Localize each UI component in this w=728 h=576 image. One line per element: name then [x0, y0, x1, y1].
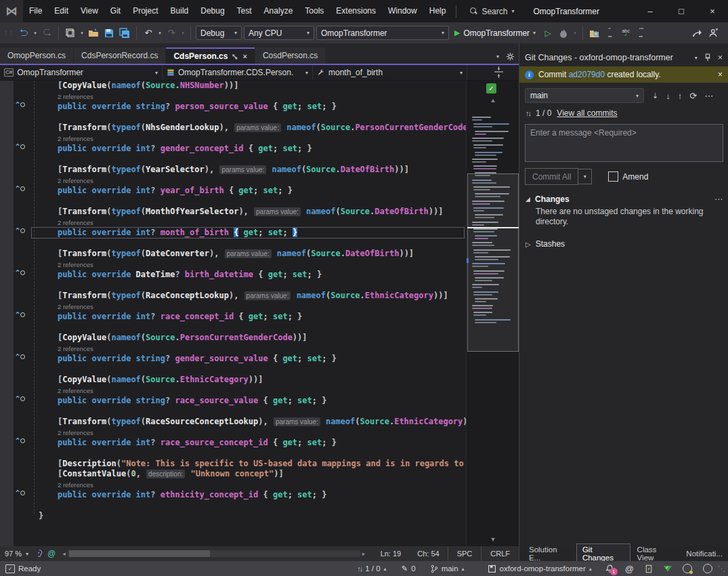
new-project-button[interactable]	[64, 26, 77, 40]
toolbar-grip[interactable]: ⋮⋮	[3, 30, 14, 37]
dismiss-info-icon[interactable]: ×	[718, 70, 723, 79]
scroll-right-arrow[interactable]: ▸	[360, 550, 368, 557]
project-dropdown[interactable]: C# OmopTransformer ▾	[0, 65, 163, 80]
close-button[interactable]: ×	[697, 0, 728, 22]
toggle-whitespace-icon[interactable]: ''╍	[603, 26, 617, 40]
override-inheritance-icon[interactable]: ^	[16, 144, 26, 153]
line-ending-indicator[interactable]: CRLF	[481, 546, 519, 561]
undo-button[interactable]: ↶	[142, 26, 155, 40]
audio-cues-icon[interactable]	[35, 550, 43, 558]
member-dropdown[interactable]: month_of_birth ▾	[313, 65, 467, 80]
search-control[interactable]: Search ▾	[470, 7, 514, 16]
code-line[interactable]: public override int? race_concept_id { g…	[0, 312, 466, 322]
output-log-button[interactable]	[645, 564, 653, 573]
sync-button[interactable]: ⟳	[689, 91, 697, 101]
pin-tab-icon[interactable]: ⊶	[230, 52, 240, 62]
solution-platform-select[interactable]: Any CPU▾	[244, 26, 314, 40]
changes-section-header[interactable]: Changes ⋯	[526, 194, 723, 204]
menu-item-debug[interactable]: Debug	[194, 0, 230, 22]
codelens-references[interactable]: 2 references	[0, 385, 466, 396]
spell-check-icon[interactable]: abc✓	[619, 26, 633, 40]
open-documents-dropdown[interactable]: ▾	[496, 54, 499, 60]
at-mention-icon[interactable]: @	[47, 549, 56, 558]
undo-dropdown[interactable]: ▾	[157, 30, 163, 36]
hot-reload-dropdown[interactable]: ▾	[572, 30, 578, 36]
codelens-references[interactable]: 2 references	[0, 217, 466, 228]
zoom-select[interactable]: 97 % ▾	[0, 546, 33, 561]
fetch-button[interactable]: ⇣	[652, 91, 658, 100]
override-inheritance-icon[interactable]: ^	[16, 312, 26, 321]
maximize-button[interactable]: □	[666, 0, 697, 22]
amend-option[interactable]: Amend	[608, 171, 648, 182]
panel-tab-notificati-[interactable]: Notificati...	[681, 548, 728, 559]
code-line[interactable]: public override int? race_source_concept…	[0, 438, 466, 448]
minimap-viewport[interactable]	[467, 173, 519, 352]
pull-button[interactable]: ↓	[666, 91, 670, 101]
code-line[interactable]: [Transform(typeof(YearSelector), params …	[0, 165, 466, 175]
view-all-commits-link[interactable]: View all commits	[557, 108, 617, 118]
amend-checkbox[interactable]	[608, 171, 618, 182]
code-line[interactable]: public override DateTime? birth_datetime…	[0, 270, 466, 280]
panel-tab-solution-e-[interactable]: Solution E...	[523, 544, 575, 563]
live-share-icon[interactable]	[706, 26, 720, 40]
document-well-options-icon[interactable]	[506, 52, 515, 61]
panel-tab-class-view[interactable]: Class View	[632, 544, 680, 563]
code-line[interactable]: public override int? year_of_birth { get…	[0, 186, 466, 196]
pin-icon[interactable]	[704, 54, 711, 62]
save-button[interactable]	[102, 26, 116, 40]
codelens-references[interactable]: 2 references	[0, 175, 466, 186]
redo-button[interactable]: ↷	[165, 26, 178, 40]
close-tab-icon[interactable]: ×	[242, 52, 247, 60]
indentation-indicator[interactable]: SPC	[448, 546, 481, 561]
tab-cdspersonrecord-cs[interactable]: CdsPersonRecord.cs	[74, 47, 165, 64]
git-more-actions-button[interactable]: ⋯	[704, 91, 713, 101]
start-without-debugging-button[interactable]: ▷	[541, 26, 555, 40]
save-all-button[interactable]	[118, 26, 131, 40]
menu-item-extensions[interactable]: Extensions	[330, 0, 382, 22]
menu-item-view[interactable]: View	[74, 0, 104, 22]
navigate-back-button[interactable]: ⮌	[17, 26, 30, 40]
code-line[interactable]: public override string? person_source_va…	[0, 102, 466, 112]
code-editor[interactable]: [CopyValue(nameof(Source.NHSNumber))]2 r…	[0, 81, 466, 546]
sync-status[interactable]: ↑↓ 1 / 0 ▴	[357, 564, 386, 573]
code-line[interactable]: [Transform(typeof(MonthOfYearSelector), …	[0, 207, 466, 217]
code-line[interactable]: public override int? gender_concept_id {…	[0, 144, 466, 154]
current-branch-status[interactable]: main ▴	[431, 564, 465, 573]
code-line[interactable]: [Transform(typeof(RaceSourceConceptLooku…	[0, 417, 466, 427]
account-button[interactable]	[703, 564, 712, 573]
code-line[interactable]: public override string? gender_source_va…	[0, 354, 466, 364]
code-line[interactable]: public override int? ethnicity_concept_i…	[0, 490, 466, 500]
startup-project-select[interactable]: OmopTransformer▾	[316, 26, 449, 40]
close-panel-icon[interactable]: ×	[718, 53, 723, 62]
code-line[interactable]: }	[0, 511, 466, 521]
open-folder-button[interactable]	[87, 26, 100, 40]
code-line[interactable]: [CopyValue(nameof(Source.EthnicCategory)…	[0, 375, 466, 385]
scrollbar-thumb[interactable]	[69, 550, 210, 557]
override-inheritance-icon[interactable]: ^	[16, 186, 26, 195]
menu-item-window[interactable]: Window	[382, 0, 423, 22]
code-line[interactable]: [Transform(typeof(DateConverter), params…	[0, 249, 466, 259]
scroll-up-arrow[interactable]: ▲	[467, 97, 519, 104]
navigate-forward-button[interactable]: ⮎	[40, 26, 53, 40]
codelens-references[interactable]: 2 references	[0, 479, 466, 490]
share-icon[interactable]	[691, 26, 704, 40]
panel-title-bar[interactable]: Git Changes - oxford-omop-transformer ▾ …	[519, 50, 728, 65]
menu-item-build[interactable]: Build	[165, 0, 195, 22]
document-health-indicator[interactable]: ✓	[486, 83, 496, 94]
column-indicator[interactable]: Ch: 54	[409, 550, 447, 558]
codelens-references[interactable]: 2 references	[0, 259, 466, 270]
menu-item-git[interactable]: Git	[104, 0, 127, 22]
horizontal-scrollbar[interactable]: ◂ ▸	[60, 550, 367, 557]
codelens-references[interactable]: 2 references	[0, 91, 466, 102]
push-button[interactable]: ↑	[678, 91, 683, 101]
scroll-left-arrow[interactable]: ◂	[60, 550, 68, 557]
redo-dropdown[interactable]: ▾	[180, 30, 186, 36]
type-dropdown[interactable]: OmopTransformer.CDS.Person.CdsP ▾	[163, 65, 313, 80]
tab-omopperson-cs[interactable]: OmopPerson.cs	[0, 47, 73, 64]
codelens-references[interactable]: 2 references	[0, 133, 466, 144]
override-inheritance-icon[interactable]: ^	[16, 102, 26, 111]
minimap[interactable]	[467, 108, 519, 406]
branch-select[interactable]: main ▾	[525, 88, 644, 103]
menu-item-file[interactable]: File	[23, 0, 48, 22]
live-share-session-button[interactable]	[683, 564, 692, 573]
